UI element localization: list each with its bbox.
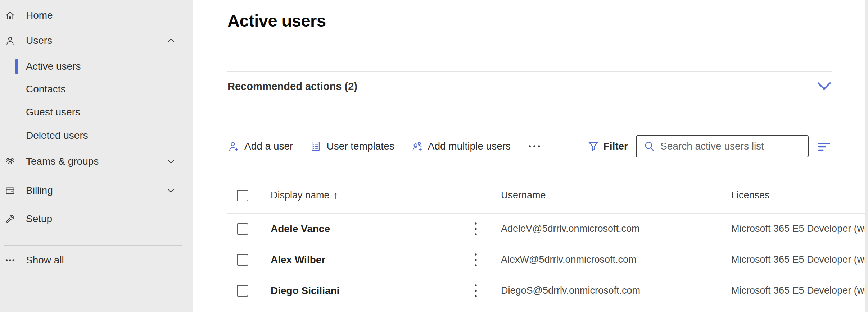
sidebar-item-billing[interactable]: Billing	[0, 179, 193, 202]
people-add-icon	[411, 140, 423, 152]
table-row[interactable]: Diego Siciliani DiegoS@5drrlv.onmicrosof…	[227, 275, 865, 306]
sidebar-item-label: Billing	[26, 185, 53, 196]
show-all-icon	[3, 253, 17, 267]
chevron-up-icon	[166, 36, 176, 45]
username-cell: AlexW@5drrlv.onmicrosoft.com	[501, 254, 731, 265]
column-header-display-name[interactable]: Display name ↑	[271, 190, 472, 201]
sidebar-item-guest-users[interactable]: Guest users	[0, 101, 193, 123]
chevron-down-icon	[166, 157, 176, 166]
column-header-username[interactable]: Username	[501, 190, 731, 201]
sidebar-item-deleted-users[interactable]: Deleted users	[0, 124, 193, 147]
billing-icon	[3, 183, 17, 198]
table-header-row: Display name ↑ Username Licenses	[227, 178, 865, 214]
display-name-cell: Diego Siciliani	[271, 285, 472, 297]
sidebar-item-active-users[interactable]: Active users	[0, 55, 193, 78]
display-name-cell: Alex Wilber	[271, 254, 472, 266]
licenses-cell: Microsoft 365 E5 Developer (withou	[731, 223, 865, 234]
sort-ascending-icon: ↑	[333, 190, 338, 201]
user-templates-button[interactable]: User templates	[309, 140, 394, 152]
teams-groups-icon	[3, 154, 17, 169]
sidebar-item-label: Guest users	[26, 106, 80, 118]
row-checkbox[interactable]	[237, 254, 248, 266]
list-toolbar: Add a user User templates	[227, 132, 832, 160]
search-box	[636, 135, 809, 157]
toolbar-button-label: Add a user	[244, 141, 293, 152]
user-icon	[3, 33, 17, 48]
toolbar-button-label: Add multiple users	[428, 141, 511, 152]
main-content: Active users Recommended actions (2) Add…	[193, 0, 868, 312]
select-all-checkbox[interactable]	[237, 190, 248, 201]
sort-lines-button[interactable]	[817, 140, 832, 153]
sidebar-item-home[interactable]: Home	[0, 4, 193, 27]
more-actions-button[interactable]	[527, 140, 542, 152]
search-input[interactable]	[660, 141, 803, 152]
username-cell: DiegoS@5drrlv.onmicrosoft.com	[501, 285, 731, 296]
column-header-licenses[interactable]: Licenses	[731, 190, 865, 201]
table-row[interactable]: Adele Vance AdeleV@5drrlv.onmicrosoft.co…	[227, 214, 865, 244]
sidebar-item-label: Setup	[26, 213, 52, 225]
sidebar-item-label: Active users	[26, 61, 81, 72]
sidebar-item-label: Users	[26, 35, 52, 46]
table-row[interactable]: Alex Wilber AlexW@5drrlv.onmicrosoft.com…	[227, 244, 865, 275]
more-horizontal-icon	[527, 140, 542, 152]
row-more-actions-button[interactable]	[472, 283, 501, 298]
toolbar-button-label: Filter	[603, 141, 628, 152]
sidebar-divider	[4, 245, 182, 246]
licenses-cell: Microsoft 365 E5 Developer (withou	[731, 285, 865, 296]
search-icon	[643, 140, 655, 152]
sidebar-item-teams-groups[interactable]: Teams & groups	[0, 150, 193, 173]
person-add-icon	[227, 140, 240, 152]
licenses-cell: Microsoft 365 E5 Developer (withou	[731, 254, 865, 265]
row-more-actions-button[interactable]	[472, 252, 501, 267]
sidebar-item-show-all[interactable]: Show all	[0, 249, 193, 271]
add-multiple-users-button[interactable]: Add multiple users	[411, 140, 511, 152]
filter-funnel-icon	[587, 140, 600, 153]
active-users-table: Display name ↑ Username Licenses Adele V…	[227, 178, 865, 306]
filter-button[interactable]: Filter	[587, 140, 628, 153]
vertical-scrollbar[interactable]	[865, 0, 868, 312]
recommended-actions-header[interactable]: Recommended actions (2)	[227, 72, 832, 101]
recommended-actions-title: Recommended actions (2)	[227, 81, 357, 92]
page-title: Active users	[227, 11, 868, 31]
username-cell: AdeleV@5drrlv.onmicrosoft.com	[501, 223, 731, 234]
sidebar: Home Users Active users Contacts Guest u…	[0, 0, 193, 312]
selected-indicator	[15, 59, 18, 74]
toolbar-button-label: User templates	[326, 141, 394, 152]
display-name-cell: Adele Vance	[271, 223, 472, 235]
add-user-button[interactable]: Add a user	[227, 140, 293, 152]
setup-icon	[3, 212, 17, 226]
chevron-down-icon[interactable]	[817, 81, 832, 91]
sidebar-item-label: Show all	[26, 254, 64, 266]
sidebar-item-setup[interactable]: Setup	[0, 208, 193, 230]
sidebar-item-label: Home	[26, 10, 53, 21]
home-icon	[3, 8, 17, 23]
sidebar-item-label: Deleted users	[26, 130, 88, 141]
template-list-icon	[309, 140, 322, 152]
chevron-down-icon	[166, 186, 176, 195]
sidebar-item-label: Contacts	[26, 83, 66, 95]
row-checkbox[interactable]	[237, 223, 248, 235]
row-checkbox[interactable]	[237, 285, 248, 297]
sidebar-item-contacts[interactable]: Contacts	[0, 78, 193, 100]
sidebar-item-label: Teams & groups	[26, 156, 99, 167]
row-more-actions-button[interactable]	[472, 221, 501, 237]
sidebar-item-users[interactable]: Users	[0, 29, 193, 52]
